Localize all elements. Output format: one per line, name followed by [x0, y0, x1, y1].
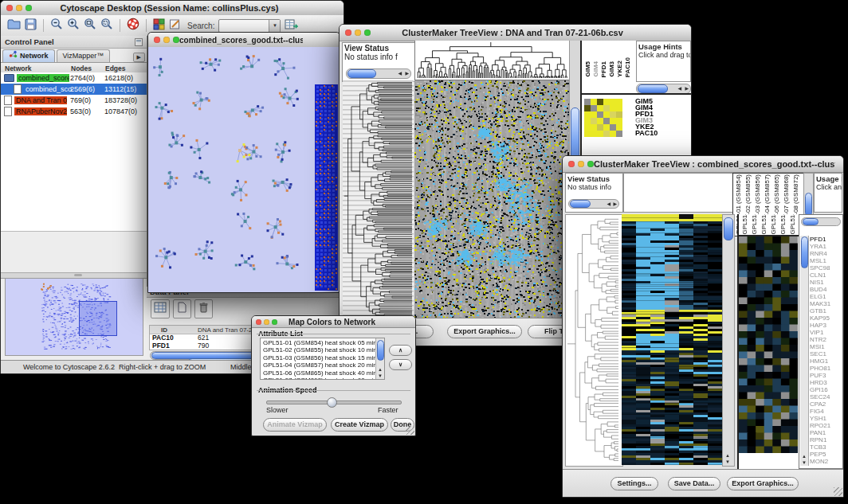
gene-item[interactable]: ELG1	[810, 293, 842, 300]
gene-item[interactable]: GPI16	[810, 386, 842, 393]
zoom-button[interactable]	[26, 5, 32, 11]
zoom-in-icon[interactable]	[67, 18, 80, 33]
save-icon[interactable]	[25, 18, 37, 33]
scrollbar-thumb[interactable]	[805, 193, 812, 217]
gene-item[interactable]: MSI1	[810, 343, 842, 350]
scroll-down-icon[interactable]: ▼	[802, 460, 807, 465]
scrollbar-thumb[interactable]	[377, 340, 384, 361]
gene-item[interactable]: RNR4	[810, 250, 842, 257]
close-button[interactable]	[568, 161, 575, 167]
select-attributes-icon[interactable]	[151, 299, 170, 318]
tv1-row-dendrogram[interactable]	[343, 80, 414, 318]
tv1-status-scrollbar[interactable]: ◀ ▶	[346, 68, 411, 79]
tv2-zoom-heatmap[interactable]	[739, 236, 798, 453]
scroll-up-icon[interactable]: ▲	[725, 453, 730, 458]
main-title-bar[interactable]: Cytoscape Desktop (Session Name: collins…	[1, 1, 344, 16]
scroll-left-icon[interactable]: ◀	[677, 86, 681, 91]
gene-item[interactable]: RPO21	[810, 422, 842, 429]
gene-item[interactable]: YRA1	[810, 243, 842, 250]
zoom-button[interactable]	[587, 161, 594, 167]
zoom-button[interactable]	[173, 37, 179, 43]
scrollbar-thumb[interactable]	[347, 69, 376, 78]
treeview1-title-bar[interactable]: ClusterMaker TreeView : DNA and Tran 07-…	[340, 25, 691, 41]
attribute-item[interactable]: GPL51-03 (GSM856) heat shock 15 min	[261, 354, 376, 361]
gene-item[interactable]: KAP95	[810, 315, 842, 322]
open-file-icon[interactable]	[7, 18, 21, 33]
tab-vizmapper[interactable]: VizMapper™	[57, 49, 111, 62]
attribute-item[interactable]: GPL51-07 (GSM868) heat shock 60 min	[261, 377, 376, 380]
gene-item[interactable]: PEP5	[810, 451, 842, 458]
animate-vizmap-button[interactable]: Animate Vizmap	[263, 418, 327, 432]
resize-grip[interactable]	[406, 426, 414, 435]
gene-item[interactable]: MSL1	[810, 257, 842, 264]
search-dropdown-arrow-icon[interactable]: ▼	[269, 20, 280, 32]
close-button[interactable]	[154, 37, 160, 43]
minimize-button[interactable]	[578, 161, 584, 167]
gene-item[interactable]: PUF3	[810, 372, 842, 379]
attribute-item[interactable]: GPL51-02 (GSM855) heat shock 10 min	[261, 346, 376, 354]
minimize-button[interactable]	[264, 319, 269, 325]
tv1-column-dendrogram[interactable]	[414, 41, 571, 80]
scroll-left-icon[interactable]: ◀	[398, 71, 402, 76]
scrollbar-thumb[interactable]	[801, 236, 808, 268]
gene-item[interactable]: CPA2	[810, 400, 842, 408]
zoom-fit-icon[interactable]	[84, 18, 96, 33]
table-row[interactable]: DNA and Tran 07769(0)183728(0)	[1, 95, 147, 106]
minimize-button[interactable]	[355, 29, 361, 36]
column-header-edges[interactable]: Edges	[105, 64, 126, 72]
network-overview-thumbnail[interactable]	[5, 278, 143, 356]
resize-grip[interactable]	[834, 487, 842, 496]
gene-item[interactable]: SEC24	[810, 393, 842, 400]
gene-item[interactable]: TCB3	[810, 443, 842, 451]
scroll-up-icon[interactable]: ▲	[802, 454, 807, 459]
export-table-icon[interactable]	[285, 18, 298, 33]
gene-item[interactable]: RPN1	[810, 436, 842, 443]
network-canvas[interactable]	[148, 47, 338, 292]
gene-item[interactable]: FIG4	[810, 408, 842, 415]
tv1-heatmap[interactable]	[414, 80, 569, 318]
attribute-item[interactable]: GPL51-06 (GSM865) heat shock 40 min	[261, 369, 376, 377]
scrollbar-thumb[interactable]	[638, 84, 668, 93]
delete-attribute-icon[interactable]	[194, 299, 213, 318]
tv2-vscrollbar[interactable]: ▲ ▼	[722, 214, 735, 467]
tv1-zoom-heatmap[interactable]	[584, 99, 622, 137]
scrollbar-thumb[interactable]	[724, 217, 733, 240]
attribute-item[interactable]: GPL51-01 (GSM854) heat shock 05 min	[261, 339, 376, 346]
gene-item[interactable]: CLN1	[810, 272, 842, 279]
annotation-icon[interactable]	[169, 18, 181, 33]
search-input[interactable]: ▼	[218, 19, 281, 33]
scroll-left-icon[interactable]: ◀	[607, 201, 610, 206]
tab-overflow-arrow-icon[interactable]: ▶	[133, 53, 145, 62]
close-button[interactable]	[345, 29, 351, 36]
scrollbar-thumb[interactable]	[803, 218, 819, 225]
zoom-button[interactable]	[272, 319, 277, 325]
network-view-title-bar[interactable]: combined_scores_good.txt--cluste...	[148, 33, 340, 48]
scroll-right-icon[interactable]: ▶	[405, 71, 409, 76]
gene-item[interactable]: NIS1	[810, 279, 842, 286]
gene-vscrollbar[interactable]: ▲ ▼	[800, 236, 809, 466]
move-down-button[interactable]: ∨	[389, 359, 412, 370]
tv2-heatmap[interactable]	[622, 214, 722, 465]
close-button[interactable]	[256, 319, 261, 325]
gene-item[interactable]: SPC98	[810, 264, 842, 272]
gene-item[interactable]: MAK31	[810, 300, 842, 307]
attribute-list-vscrollbar[interactable]: ▲ ▼	[375, 338, 384, 379]
scroll-right-icon[interactable]: ▶	[613, 201, 617, 206]
scroll-right-icon[interactable]: ▶	[685, 86, 689, 91]
export-graphics-button[interactable]: Export Graphics...	[727, 477, 799, 490]
dialog-title-bar[interactable]: Map Colors to Network	[252, 316, 415, 328]
help-ring-icon[interactable]	[127, 18, 139, 33]
scrollbar-thumb[interactable]	[570, 200, 591, 208]
minimize-button[interactable]	[163, 37, 170, 43]
gene-hscrollbar[interactable]	[801, 217, 841, 226]
gene-item[interactable]: GTB1	[810, 307, 842, 315]
table-row[interactable]: combined_scores2764(0)16218(0)	[1, 72, 147, 84]
gene-item[interactable]: VIP1	[810, 329, 842, 336]
float-panel-icon[interactable]	[135, 35, 143, 49]
close-button[interactable]	[6, 5, 13, 11]
gene-item[interactable]: HAP3	[810, 322, 842, 329]
animation-speed-slider[interactable]	[266, 400, 402, 404]
settings-button[interactable]: Settings...	[610, 477, 658, 490]
new-attribute-icon[interactable]	[173, 299, 191, 318]
tv2-status-scrollbar[interactable]: ◀ ▶	[568, 199, 619, 209]
